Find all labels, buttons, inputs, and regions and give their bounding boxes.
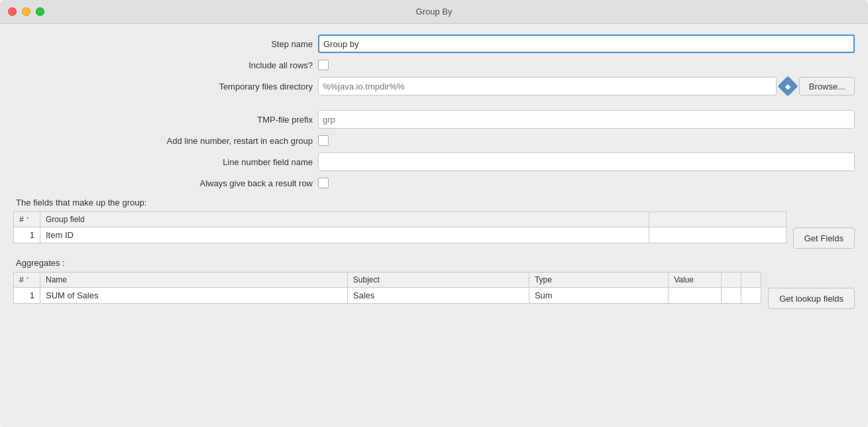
always-give-label: Always give back a result row	[13, 178, 318, 188]
aggregates-section: # ⌃ Name Subject	[13, 272, 855, 309]
add-line-label: Add line number, restart in each group	[13, 136, 318, 146]
always-give-checkbox[interactable]	[318, 178, 329, 188]
group-fields-table-wrap: # ⌃ Group field	[13, 212, 787, 243]
tmp-prefix-row: TMP-file prefix	[13, 110, 855, 129]
table-row[interactable]: 1 SUM of Sales Sales Sum	[14, 288, 761, 304]
line-name-label: Line number field name	[13, 157, 318, 167]
group-fields-section: # ⌃ Group field	[13, 212, 855, 249]
agg-row-extra1	[722, 288, 741, 304]
always-give-row: Always give back a result row	[13, 178, 855, 188]
sort-icon-num: ⌃	[25, 216, 30, 223]
group-col-field: Group field	[40, 212, 649, 227]
group-col-num: # ⌃	[14, 212, 40, 227]
agg-header-row: # ⌃ Name Subject	[14, 273, 761, 288]
get-lookup-button[interactable]: Get lookup fields	[768, 288, 855, 309]
group-row-extra	[649, 227, 786, 243]
tmp-dir-label: Temporary files directory	[13, 82, 318, 91]
maximize-button[interactable]	[36, 7, 44, 16]
group-fields-title: The fields that make up the group:	[16, 198, 855, 208]
agg-col-subject: Subject	[347, 273, 529, 288]
group-table-header-row: # ⌃ Group field	[14, 212, 787, 227]
agg-row-num: 1	[14, 288, 40, 304]
title-bar: Group By	[0, 0, 868, 24]
group-row-num: 1	[14, 227, 40, 243]
agg-col-type: Type	[529, 273, 668, 288]
step-name-label: Step name	[13, 39, 318, 49]
agg-col-extra1	[722, 273, 741, 288]
minimize-button[interactable]	[22, 7, 30, 16]
browse-button[interactable]: Browse...	[799, 77, 855, 95]
variable-icon[interactable]: ◆	[777, 76, 798, 96]
aggregates-table: # ⌃ Name Subject	[13, 272, 761, 304]
step-name-row: Step name	[13, 34, 855, 53]
add-line-checkbox[interactable]	[318, 135, 329, 146]
include-rows-label: Include all rows?	[13, 60, 318, 70]
tmp-dir-input-wrap: ◆ Browse...	[318, 77, 855, 95]
group-row-field: Item ID	[40, 227, 649, 243]
get-fields-button[interactable]: Get Fields	[793, 227, 855, 249]
tmp-prefix-label: TMP-file prefix	[13, 115, 318, 125]
table-row[interactable]: 1 Item ID	[14, 227, 787, 243]
agg-col-num: # ⌃	[14, 273, 40, 288]
traffic-lights	[8, 7, 44, 16]
include-rows-checkbox[interactable]	[318, 60, 329, 70]
spacer-1	[13, 102, 855, 110]
agg-col-value: Value	[669, 273, 722, 288]
tmp-dir-row: Temporary files directory ◆ Browse...	[13, 77, 855, 95]
sort-icon-agg-num: ⌃	[25, 276, 30, 283]
close-button[interactable]	[8, 7, 17, 16]
agg-row-subject: Sales	[347, 288, 529, 304]
step-name-input[interactable]	[318, 34, 855, 53]
window-title: Group By	[416, 7, 453, 17]
agg-col-extra2	[741, 273, 761, 288]
tmp-dir-input[interactable]	[318, 77, 777, 95]
aggregates-title: Aggregates :	[16, 258, 855, 268]
content-area: Step name Include all rows? Temporary fi…	[0, 24, 868, 427]
add-line-row: Add line number, restart in each group	[13, 135, 855, 146]
tmp-prefix-input[interactable]	[318, 110, 855, 129]
agg-row-value	[669, 288, 722, 304]
agg-row-type: Sum	[529, 288, 668, 304]
line-name-row: Line number field name	[13, 152, 855, 171]
line-name-input[interactable]	[318, 152, 855, 171]
aggregates-table-wrap: # ⌃ Name Subject	[13, 272, 761, 304]
agg-col-name: Name	[40, 273, 348, 288]
agg-row-name: SUM of Sales	[40, 288, 348, 304]
main-window: Group By Step name Include all rows? Tem…	[0, 0, 868, 427]
include-rows-row: Include all rows?	[13, 60, 855, 70]
group-col-extra	[649, 212, 786, 227]
group-fields-table: # ⌃ Group field	[13, 212, 787, 243]
agg-row-extra2	[741, 288, 761, 304]
